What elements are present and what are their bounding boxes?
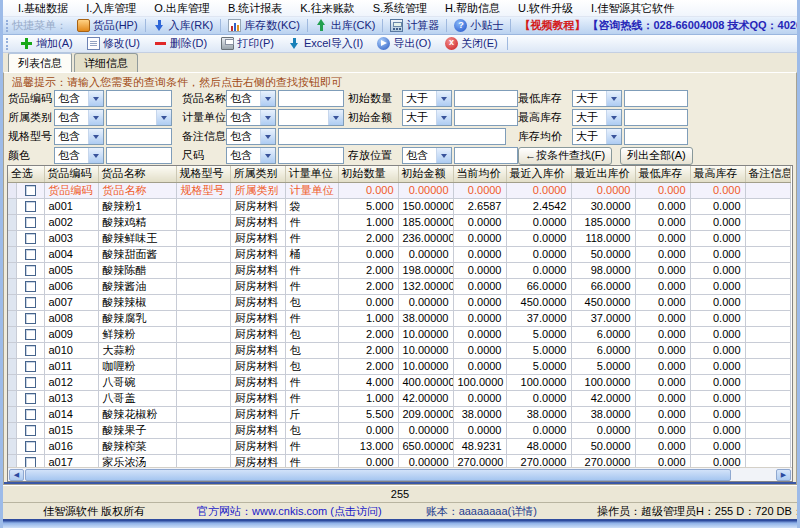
row-checkbox[interactable]	[25, 441, 36, 452]
hotline-link[interactable]: 【咨询热线：028-66004008 技术QQ：402603(点击交谈)】	[587, 18, 800, 33]
menu-item-7[interactable]: U.软件升级	[509, 0, 582, 17]
table-row-8[interactable]: a009鲜辣粉厨房材料包2.00010.000000.00005.00006.0…	[8, 326, 790, 342]
col-header-11[interactable]: 最高库存	[690, 166, 745, 182]
row-checkbox[interactable]	[25, 217, 36, 228]
menu-item-2[interactable]: O.出库管理	[145, 0, 219, 17]
row-checkbox[interactable]	[25, 425, 36, 436]
col-header-3[interactable]: 所属类别	[230, 166, 285, 182]
table-row-9[interactable]: a010大蒜粉厨房材料包2.00010.000000.00005.00006.0…	[8, 342, 790, 358]
col-header-7[interactable]: 当前均价	[453, 166, 506, 182]
filter-value-input[interactable]	[278, 128, 506, 145]
table-row-11[interactable]: a012八哥碗厨房材料件4.000400.00000100.0000100.00…	[8, 374, 790, 390]
table-row-1[interactable]: a002酸辣鸡精厨房材料件1.000185.000000.00000.00001…	[8, 214, 790, 230]
table-row-7[interactable]: a008酸辣腐乳厨房材料件1.00038.000000.000037.00003…	[8, 310, 790, 326]
quick-item-4[interactable]: 计算器	[385, 18, 444, 33]
col-header-6[interactable]: 初始金额	[398, 166, 453, 182]
horizontal-scrollbar[interactable]: ◀ ▶	[8, 467, 792, 481]
row-checkbox[interactable]	[25, 377, 36, 388]
filter-operator-select[interactable]: 大于	[572, 128, 622, 145]
filter-value-select[interactable]	[106, 109, 172, 126]
menu-item-6[interactable]: H.帮助信息	[436, 0, 509, 17]
filter-operator-select[interactable]: 包含	[226, 109, 276, 126]
tab-list-info[interactable]: 列表信息	[8, 52, 72, 73]
table-row-4[interactable]: a005酸辣陈醋厨房材料件2.000198.000000.00000.00009…	[8, 262, 790, 278]
scroll-thumb[interactable]	[25, 469, 731, 481]
table-row-5[interactable]: a006酸辣酱油厨房材料件2.000132.000000.000066.0000…	[8, 278, 790, 294]
row-checkbox[interactable]	[25, 281, 36, 292]
locate-row[interactable]: 货品编码货品名称规格型号所属类别计量单位0.0000.000000.00000.…	[8, 182, 790, 198]
filter-value-input[interactable]	[624, 128, 688, 145]
filter-operator-select[interactable]: 包含	[54, 109, 104, 126]
filter-operator-select[interactable]: 包含	[54, 147, 104, 164]
menu-item-3[interactable]: B.统计报表	[219, 0, 291, 17]
row-checkbox[interactable]	[25, 201, 36, 212]
filter-value-input[interactable]	[624, 109, 688, 126]
official-website-link[interactable]: 官方网站：www.cnkis.com (点击访问)	[197, 504, 382, 519]
tab-detail-info[interactable]: 详细信息	[74, 53, 138, 72]
filter-value-input[interactable]	[454, 90, 518, 107]
col-header-5[interactable]: 初始数量	[338, 166, 398, 182]
ledger-info-link[interactable]: 账本：aaaaaaaa(详情)	[426, 504, 537, 519]
table-row-12[interactable]: a013八哥盖厨房材料件1.00042.000000.00000.000042.…	[8, 390, 790, 406]
quick-item-2[interactable]: 库存数(KC)	[223, 18, 305, 33]
row-checkbox[interactable]	[25, 393, 36, 404]
table-row-6[interactable]: a007酸辣辣椒厨房材料包0.0000.000000.0000450.00004…	[8, 294, 790, 310]
filter-value-input[interactable]	[454, 109, 518, 126]
filter-value-input[interactable]	[278, 147, 344, 164]
filter-value-input[interactable]	[278, 90, 344, 107]
toolbar-button-3[interactable]: 打印(P)	[214, 36, 281, 51]
row-checkbox[interactable]	[25, 233, 36, 244]
toolbar-button-4[interactable]: Excel导入(I)	[281, 36, 370, 51]
select-all-header[interactable]: 全选	[8, 166, 44, 182]
toolbar-button-2[interactable]: 删除(D)	[147, 36, 214, 51]
col-header-10[interactable]: 最低库存	[635, 166, 690, 182]
table-row-10[interactable]: a011咖喱粉厨房材料包2.00010.000000.00005.00005.0…	[8, 358, 790, 374]
col-header-9[interactable]: 最近出库价	[571, 166, 635, 182]
filter-operator-select[interactable]: 包含	[226, 128, 276, 145]
filter-operator-select[interactable]: 包含	[402, 147, 452, 164]
col-header-4[interactable]: 计量单位	[285, 166, 338, 182]
filter-operator-select[interactable]: 大于	[572, 90, 622, 107]
toolbar-button-6[interactable]: 关闭(E)	[438, 36, 505, 51]
filter-operator-select[interactable]: 大于	[402, 90, 452, 107]
filter-operator-select[interactable]: 大于	[402, 109, 452, 126]
quick-item-3[interactable]: 出库(CK)	[310, 18, 381, 33]
menu-item-8[interactable]: I.佳智源其它软件	[582, 0, 683, 17]
table-row-14[interactable]: a015酸辣果子厨房材料包0.0000.000000.00000.00000.0…	[8, 422, 790, 438]
col-header-1[interactable]: 货品名称	[98, 166, 176, 182]
toolbar-button-0[interactable]: 增加(A)	[13, 36, 80, 51]
filter-operator-select[interactable]: 包含	[226, 147, 276, 164]
row-checkbox[interactable]	[25, 409, 36, 420]
row-checkbox[interactable]	[25, 361, 36, 372]
quick-item-0[interactable]: 货品(HP)	[72, 18, 143, 33]
filter-operator-select[interactable]: 包含	[54, 128, 104, 145]
toolbar-button-5[interactable]: 导出(O)	[370, 36, 438, 51]
row-checkbox[interactable]	[25, 329, 36, 340]
quick-item-1[interactable]: 入库(RK)	[148, 18, 219, 33]
scroll-right-button[interactable]: ▶	[776, 469, 791, 481]
filter-operator-select[interactable]: 包含	[226, 90, 276, 107]
menu-item-0[interactable]: I.基础数据	[9, 0, 77, 17]
filter-value-input[interactable]	[106, 128, 172, 145]
locate-row-checkbox[interactable]	[25, 185, 36, 196]
search-by-condition-button[interactable]: ←按条件查找(F)	[518, 147, 612, 165]
list-all-button[interactable]: 列出全部(A)	[620, 147, 693, 165]
filter-value-select[interactable]	[278, 109, 344, 126]
table-row-2[interactable]: a003酸辣鲜味王厨房材料件2.000236.000000.00000.0000…	[8, 230, 790, 246]
col-header-0[interactable]: 货品编码	[44, 166, 98, 182]
row-checkbox[interactable]	[25, 313, 36, 324]
menu-item-1[interactable]: I.入库管理	[77, 0, 145, 17]
menu-item-5[interactable]: S.系统管理	[364, 0, 436, 17]
col-header-12[interactable]: 备注信息	[745, 166, 790, 182]
row-checkbox[interactable]	[25, 297, 36, 308]
col-header-2[interactable]: 规格型号	[176, 166, 230, 182]
filter-value-input[interactable]	[454, 147, 518, 164]
row-checkbox[interactable]	[25, 249, 36, 260]
table-row-13[interactable]: a014酸辣花椒粉厨房材料斤5.500209.0000038.000038.00…	[8, 406, 790, 422]
video-tutorial-link[interactable]: 【视频教程】	[519, 18, 585, 33]
menu-item-4[interactable]: K.往来账款	[291, 0, 363, 17]
table-row-15[interactable]: a016酸辣榨菜厨房材料件13.000650.0000048.923148.00…	[8, 438, 790, 454]
toolbar-button-1[interactable]: 修改(U)	[80, 36, 147, 51]
filter-value-input[interactable]	[106, 147, 172, 164]
table-row-3[interactable]: a004酸辣甜面酱厨房材料桶0.0000.000000.00000.000050…	[8, 246, 790, 262]
